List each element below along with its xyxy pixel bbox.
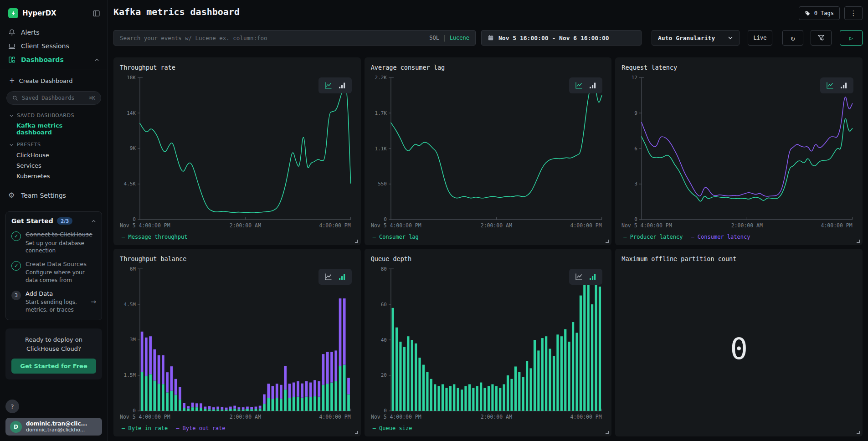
- saved-dashboards-search[interactable]: Saved Dashboards ⌘K: [6, 91, 101, 105]
- svg-text:2:00:00 AM: 2:00:00 AM: [230, 222, 261, 229]
- create-dashboard-button[interactable]: + Create Dashboard: [0, 75, 108, 90]
- user-menu[interactable]: D dominic.tran@clic... dominic.tran@clic…: [5, 418, 102, 436]
- chart-card-throughput-balance: Throughput balance 01.5M3M4.5M6MNov 5 4:…: [113, 249, 361, 436]
- get-started-step-connect[interactable]: ✓ Connect to ClickHouse Set up your data…: [11, 231, 96, 254]
- granularity-select[interactable]: Auto Granularity: [652, 30, 740, 46]
- chevron-down-icon: [728, 35, 733, 41]
- presets-header[interactable]: PRESETS: [0, 139, 108, 150]
- svg-text:0: 0: [133, 216, 136, 222]
- tag-icon: [805, 10, 811, 16]
- main-content: Kafka metrics dashboard 0 Tags ⋮ SQL | L…: [108, 0, 868, 441]
- bar-chart-icon[interactable]: [338, 82, 346, 89]
- metric-value: 0: [621, 264, 857, 434]
- chart-card-request-latency: Request latency 036912Nov 5 4:00:00 PM2:…: [615, 57, 863, 245]
- svg-text:14K: 14K: [127, 110, 136, 116]
- nav-label: Dashboards: [21, 56, 64, 63]
- event-search-box: SQL | Lucene: [113, 30, 476, 46]
- step-subtitle: Start sending logs, metrics, or traces: [26, 299, 77, 313]
- svg-text:20: 20: [380, 372, 386, 378]
- sidebar-item-alerts[interactable]: Alerts: [0, 26, 108, 39]
- sidebar-item-services[interactable]: Services: [0, 160, 108, 171]
- saved-dashboards-header[interactable]: SAVED DASHBOARDS: [0, 110, 108, 121]
- svg-text:4:00:00 PM: 4:00:00 PM: [319, 222, 351, 229]
- resize-handle[interactable]: [857, 431, 860, 434]
- plus-icon: +: [9, 77, 15, 85]
- get-started-free-button[interactable]: Get Started for Free: [11, 359, 96, 374]
- search-icon: [12, 95, 18, 101]
- mode-divider: |: [443, 34, 446, 41]
- chart-type-toggle: [318, 269, 352, 285]
- bar-chart-icon[interactable]: [589, 82, 596, 89]
- arrow-right-icon: →: [91, 298, 96, 305]
- funnel-icon: [817, 34, 825, 41]
- svg-text:4:00:00 PM: 4:00:00 PM: [570, 414, 601, 420]
- refresh-button[interactable]: ↻: [782, 30, 803, 46]
- line-chart-icon[interactable]: [324, 82, 332, 89]
- svg-text:Nov 5 4:00:00 PM: Nov 5 4:00:00 PM: [371, 414, 421, 420]
- get-started-step-sources[interactable]: ✓ Create Data Sources Configure where yo…: [11, 260, 96, 284]
- resize-handle[interactable]: [606, 240, 609, 243]
- step-title: Connect to ClickHouse: [26, 231, 96, 239]
- chart-type-toggle: [569, 77, 602, 93]
- svg-text:9: 9: [635, 110, 638, 116]
- get-started-panel: Get Started 2/3 ✓ Connect to ClickHouse …: [5, 211, 102, 320]
- more-menu-button[interactable]: ⋮: [844, 6, 863, 20]
- svg-text:4.5K: 4.5K: [124, 181, 136, 187]
- svg-text:0: 0: [384, 408, 387, 414]
- bar-chart-icon[interactable]: [338, 273, 346, 281]
- resize-handle[interactable]: [355, 431, 358, 434]
- check-circle-icon: ✓: [11, 231, 21, 241]
- line-chart-icon[interactable]: [826, 82, 834, 89]
- sidebar-item-kafka-dashboard[interactable]: Kafka metrics dashboard: [0, 121, 108, 139]
- check-circle-icon: ✓: [11, 261, 21, 271]
- live-button[interactable]: Live: [748, 30, 772, 46]
- section-label: PRESETS: [17, 142, 41, 148]
- search-input[interactable]: [120, 35, 425, 41]
- sidebar-item-client-sessions[interactable]: Client Sessions: [0, 39, 108, 53]
- chart-card-throughput-rate: Throughput rate 04.5K9K14K18KNov 5 4:00:…: [113, 57, 361, 245]
- svg-text:3: 3: [635, 181, 638, 187]
- deploy-promo-card: Ready to deploy on ClickHouse Cloud? Get…: [5, 328, 102, 379]
- chart-title: Throughput balance: [120, 255, 355, 262]
- nav-label: Team Settings: [21, 192, 66, 199]
- chevron-up-icon[interactable]: [91, 219, 96, 224]
- date-range-picker[interactable]: Nov 5 16:00:00 - Nov 6 16:00:00: [481, 30, 642, 46]
- sql-mode-toggle[interactable]: SQL: [429, 35, 439, 41]
- sidebar-item-team-settings[interactable]: ⚙ Team Settings: [0, 189, 108, 202]
- dashboard-grid: Throughput rate 04.5K9K14K18KNov 5 4:00:…: [113, 57, 863, 436]
- bar-chart-icon[interactable]: [589, 273, 596, 281]
- svg-text:0: 0: [133, 408, 136, 414]
- run-query-button[interactable]: ▷: [840, 30, 863, 46]
- get-started-title: Get Started: [11, 217, 53, 225]
- hyperdx-logo-icon: [8, 8, 18, 18]
- step-title: Add Data: [26, 290, 86, 298]
- sidebar-item-kubernetes[interactable]: Kubernetes: [0, 171, 108, 181]
- chart-plot: 020406080Nov 5 4:00:00 PM2:00:00 AM4:00:…: [370, 264, 606, 423]
- granularity-value: Auto Granularity: [658, 35, 715, 41]
- tags-button[interactable]: 0 Tags: [799, 6, 840, 20]
- chart-title: Maximum offline partition count: [621, 255, 857, 262]
- resize-handle[interactable]: [355, 240, 358, 243]
- legend-item: — Consumer lag: [373, 234, 419, 240]
- bell-icon: [8, 29, 16, 36]
- sidebar-collapse-icon[interactable]: [92, 10, 100, 17]
- laptop-icon: [8, 42, 16, 50]
- chart-card-queue-depth: Queue depth 020406080Nov 5 4:00:00 PM2:0…: [365, 249, 612, 436]
- sidebar-item-dashboards[interactable]: Dashboards: [0, 53, 108, 67]
- svg-text:4:00:00 PM: 4:00:00 PM: [821, 222, 853, 229]
- svg-text:2:00:00 AM: 2:00:00 AM: [230, 414, 261, 420]
- line-chart-icon[interactable]: [575, 273, 583, 281]
- page-title: Kafka metrics dashboard: [113, 6, 799, 17]
- help-button[interactable]: ?: [5, 400, 19, 413]
- get-started-step-add-data[interactable]: 3 Add Data Start sending logs, metrics, …: [11, 290, 96, 313]
- line-chart-icon[interactable]: [324, 273, 332, 281]
- bar-chart-icon[interactable]: [840, 82, 847, 89]
- chart-legend: — Producer latency— Consumer latency: [621, 231, 857, 242]
- line-chart-icon[interactable]: [575, 82, 583, 89]
- resize-handle[interactable]: [606, 431, 609, 434]
- step-number-badge: 3: [11, 291, 21, 300]
- lucene-mode-toggle[interactable]: Lucene: [450, 35, 469, 41]
- resize-handle[interactable]: [857, 240, 860, 243]
- filter-button[interactable]: [811, 30, 832, 46]
- sidebar-item-clickhouse[interactable]: ClickHouse: [0, 150, 108, 160]
